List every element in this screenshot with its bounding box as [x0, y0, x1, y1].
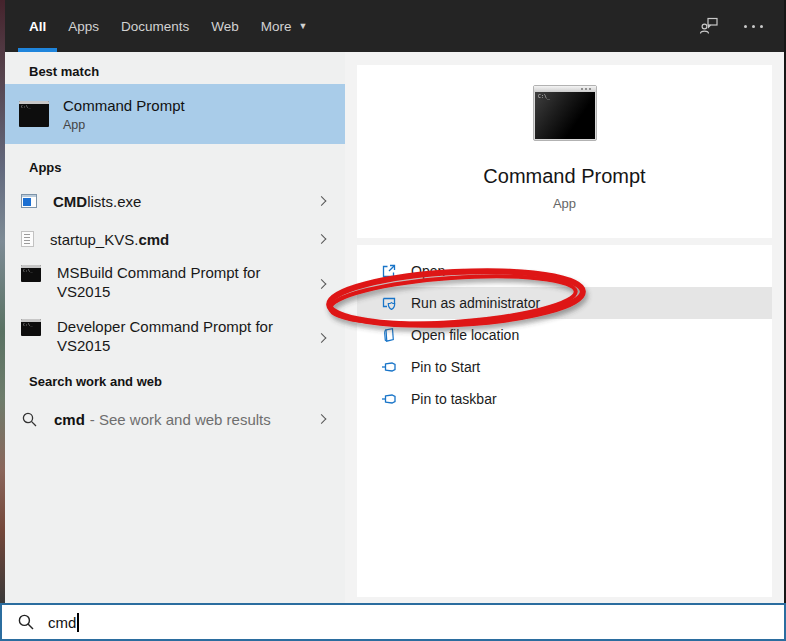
detail-app-title: Command Prompt: [483, 165, 645, 188]
tab-all-label: All: [29, 19, 46, 34]
label-pre: startup_KVS.: [50, 231, 138, 248]
action-open-file-location[interactable]: Open file location: [357, 319, 772, 351]
chevron-right-icon[interactable]: [317, 414, 327, 424]
label-line2: VS2015: [57, 337, 110, 354]
app-actions-card: Open Run as administrator Open file loca…: [357, 245, 772, 597]
label-line2: VS2015: [57, 283, 110, 300]
action-label: Open: [411, 263, 445, 279]
chevron-right-icon[interactable]: [317, 234, 327, 244]
filter-tabs: All Apps Documents Web More ▼: [5, 0, 319, 52]
command-prompt-icon: [21, 265, 41, 282]
action-label: Run as administrator: [411, 295, 540, 311]
tab-apps[interactable]: Apps: [57, 0, 110, 52]
tab-more-label: More: [261, 19, 292, 34]
dot: [744, 25, 747, 28]
open-file-location-icon: [381, 327, 397, 343]
action-label: Pin to taskbar: [411, 391, 497, 407]
pin-icon: [381, 359, 397, 375]
best-match-header: Best match: [29, 64, 99, 79]
chevron-right-icon[interactable]: [317, 279, 327, 289]
chevron-right-icon[interactable]: [317, 333, 327, 343]
best-match-text: Command Prompt App: [63, 97, 185, 132]
apps-header: Apps: [29, 160, 62, 175]
pin-icon: [381, 391, 397, 407]
label-bold: CMD: [53, 193, 87, 210]
label-line1: Developer Command Prompt for: [57, 318, 273, 335]
tab-more[interactable]: More ▼: [250, 0, 319, 52]
search-input[interactable]: cmd: [0, 603, 786, 641]
result-label: Developer Command Prompt forVS2015: [57, 317, 307, 355]
app-result-msbuild-prompt[interactable]: MSBuild Command Prompt forVS2015: [5, 260, 345, 308]
chevron-down-icon: ▼: [299, 21, 308, 31]
result-label: MSBuild Command Prompt forVS2015: [57, 263, 307, 301]
result-label: startup_KVS.cmd: [50, 231, 169, 248]
search-icon: [17, 613, 35, 631]
open-icon: [381, 263, 397, 279]
action-open[interactable]: Open: [357, 255, 772, 287]
dot: [752, 25, 755, 28]
application-icon: [21, 194, 37, 208]
suggestion-rest: - See work and web results: [90, 411, 271, 428]
action-label: Pin to Start: [411, 359, 480, 375]
search-icon: [21, 411, 38, 428]
suggestion-label: cmd- See work and web results: [54, 411, 271, 428]
command-prompt-icon-large: C:\_: [533, 85, 597, 141]
tab-apps-label: Apps: [68, 19, 99, 34]
command-prompt-icon: [19, 101, 49, 127]
feedback-icon[interactable]: [698, 15, 720, 37]
app-detail-card: C:\_ Command Prompt App: [357, 65, 772, 238]
action-label: Open file location: [411, 327, 519, 343]
more-options-ellipsis-icon[interactable]: [742, 21, 765, 32]
label-line1: MSBuild Command Prompt for: [57, 264, 260, 281]
tab-web[interactable]: Web: [200, 0, 250, 52]
label-bold: cmd: [138, 231, 169, 248]
result-subtitle: App: [63, 118, 185, 132]
text-caret: [77, 613, 79, 632]
icon-body: C:\_: [535, 92, 595, 139]
app-result-developer-prompt[interactable]: Developer Command Prompt forVS2015: [5, 314, 345, 362]
windows-search-flyout: All Apps Documents Web More ▼ Be: [0, 0, 786, 641]
tab-web-label: Web: [211, 19, 239, 34]
result-title: Command Prompt: [63, 97, 185, 114]
tab-documents[interactable]: Documents: [110, 0, 200, 52]
best-match-result-command-prompt[interactable]: Command Prompt App: [5, 84, 345, 144]
dot: [760, 25, 763, 28]
icon-window-buttons: [581, 88, 593, 90]
search-work-web-header: Search work and web: [29, 374, 162, 389]
action-run-as-administrator[interactable]: Run as administrator: [357, 287, 772, 319]
app-result-cmdlists[interactable]: CMDlists.exe: [5, 186, 345, 216]
result-label: CMDlists.exe: [53, 193, 141, 210]
icon-prompt-text: C:\_: [538, 94, 550, 100]
detail-app-subtitle: App: [553, 196, 576, 211]
search-input-value: cmd: [48, 614, 76, 631]
topbar-actions: [698, 0, 765, 52]
tab-all[interactable]: All: [18, 0, 57, 52]
results-panel: Best match Command Prompt App Apps CMDli…: [5, 52, 345, 603]
action-pin-to-taskbar[interactable]: Pin to taskbar: [357, 383, 772, 415]
search-filter-bar: All Apps Documents Web More ▼: [5, 0, 784, 52]
web-suggestion-cmd[interactable]: cmd- See work and web results: [5, 404, 345, 434]
tab-documents-label: Documents: [121, 19, 189, 34]
command-prompt-icon: [21, 319, 41, 336]
label-rest: lists.exe: [87, 193, 141, 210]
action-pin-to-start[interactable]: Pin to Start: [357, 351, 772, 383]
batch-file-icon: [21, 231, 34, 247]
run-as-administrator-shield-icon: [381, 295, 397, 311]
detail-panel: C:\_ Command Prompt App Open Run as admi…: [345, 52, 784, 603]
chevron-right-icon[interactable]: [317, 196, 327, 206]
suggestion-query: cmd: [54, 411, 85, 428]
app-result-startup-kvs[interactable]: startup_KVS.cmd: [5, 224, 345, 254]
